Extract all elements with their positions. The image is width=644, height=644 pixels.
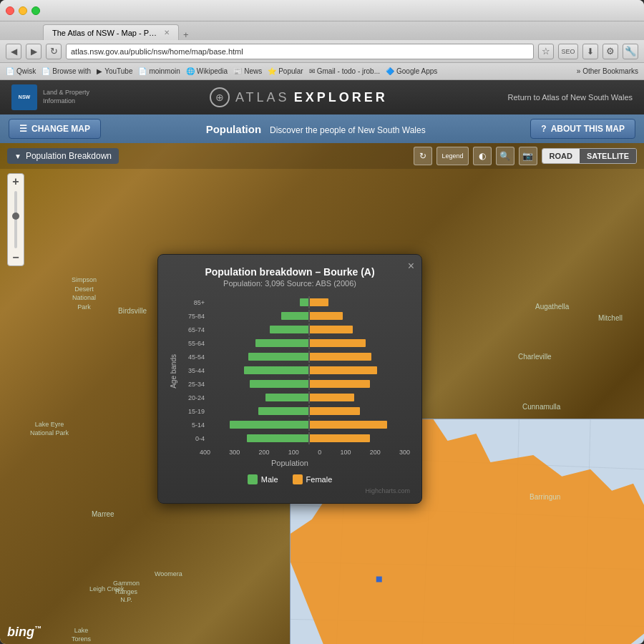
y-label-20-24: 20-24 <box>180 395 208 401</box>
label-augathella: Augathella <box>535 302 569 311</box>
tab-bar: The Atlas of NSW - Map - Po... ✕ + <box>0 21 644 40</box>
map-area: ▼ Population Breakdown ↻ Legend ◐ 🔍 📷 RO… <box>0 143 644 644</box>
male-bar <box>255 339 308 347</box>
zoom-control: + − <box>7 173 24 266</box>
y-label-85plus: 85+ <box>180 300 208 306</box>
label-lake-eyre: Lake EyreNational Park <box>30 421 69 437</box>
bar-row-45-54 <box>208 351 410 363</box>
atlas-name-suffix: EXPLORER <box>294 90 388 105</box>
browser-tab[interactable]: The Atlas of NSW - Map - Po... ✕ <box>43 24 179 40</box>
bar-row-25-34 <box>208 378 410 390</box>
female-bar <box>310 407 360 415</box>
star-button[interactable]: ☆ <box>538 44 554 59</box>
bar-row-75-84 <box>208 310 410 322</box>
new-tab-icon[interactable]: + <box>183 29 189 40</box>
bookmark-moinmoin[interactable]: 📄 moinmoin <box>138 67 180 75</box>
url-text: atlas.nsw.gov.au/public/nsw/home/map/bas… <box>71 47 243 56</box>
popup-close-button[interactable]: × <box>408 260 414 272</box>
app-header: NSW Land & Property Information ⊕ ATLAS … <box>0 80 644 114</box>
female-bar <box>310 326 353 333</box>
highcharts-credit: Highcharts.com <box>170 487 410 494</box>
x-label-400: 400 <box>200 449 210 456</box>
url-bar[interactable]: atlas.nsw.gov.au/public/nsw/home/map/bas… <box>66 44 534 59</box>
label-birdsville: Birdsville <box>118 306 147 316</box>
female-bar <box>310 353 371 361</box>
bar-row-15-19 <box>208 405 410 417</box>
population-breakdown-dropdown[interactable]: ▼ Population Breakdown <box>7 148 119 164</box>
about-icon: ? <box>541 124 546 134</box>
about-this-map-button[interactable]: ? ABOUT THIS MAP <box>530 119 635 139</box>
bars-area <box>208 295 410 447</box>
x-label-0: 0 <box>318 449 321 456</box>
tools-button[interactable]: ⚙ <box>602 44 618 59</box>
bookmark-news[interactable]: 📰 News <box>233 67 262 75</box>
bookmark-youtube[interactable]: ▶ YouTube <box>97 67 132 75</box>
y-label-35-44: 35-44 <box>180 368 208 374</box>
return-link[interactable]: Return to Atlas of New South Wales <box>508 93 633 102</box>
chart-legend: Male Female <box>170 474 410 484</box>
atlas-globe-icon: ⊕ <box>210 87 230 107</box>
male-bar <box>281 312 308 320</box>
x-label-100: 100 <box>288 449 299 456</box>
close-window-btn[interactable] <box>6 6 14 15</box>
zoom-in-button[interactable]: + <box>8 174 24 190</box>
female-bar <box>310 421 387 429</box>
refresh-map-icon[interactable]: ↻ <box>414 147 432 165</box>
refresh-button[interactable]: ↻ <box>46 44 62 59</box>
map-subtitle: Discover the people of New South Wales <box>270 125 426 135</box>
x-label-200r: 200 <box>370 449 381 456</box>
camera-icon[interactable]: 📷 <box>519 147 537 165</box>
bookmark-gmail[interactable]: ✉ Gmail - todo - jrob... <box>309 67 380 75</box>
label-lake-torens: LakeTorens <box>72 627 91 643</box>
maximize-window-btn[interactable] <box>31 6 40 15</box>
tab-close-icon[interactable]: ✕ <box>164 29 170 36</box>
forward-button[interactable]: ▶ <box>26 44 42 59</box>
change-map-button[interactable]: ☰ CHANGE MAP <box>9 119 101 139</box>
y-label-15-19: 15-19 <box>180 409 208 415</box>
bar-row-5-14 <box>208 419 410 431</box>
zoom-thumb <box>12 213 19 220</box>
road-map-button[interactable]: ROAD <box>542 149 580 163</box>
y-label-0-4: 0-4 <box>180 436 208 442</box>
bookmark-google-apps[interactable]: 🔷 Google Apps <box>386 67 437 75</box>
bookmark-qwisk[interactable]: 📄 Qwisk <box>6 67 36 75</box>
bookmark-browse[interactable]: 📄 Browse with <box>42 67 91 75</box>
browser-window: The Atlas of NSW - Map - Po... ✕ + ◀ ▶ ↻… <box>0 0 644 644</box>
search-icon[interactable]: 🔍 <box>496 147 514 165</box>
male-bar <box>270 326 308 333</box>
change-map-icon: ☰ <box>19 124 27 134</box>
nsw-logo-text: NSW <box>19 94 30 100</box>
bookmark-popular[interactable]: ⭐ Popular <box>268 67 303 75</box>
legend-female: Female <box>293 474 333 484</box>
map-name: Population <box>206 123 262 135</box>
satellite-map-button[interactable]: SATELLITE <box>580 149 636 163</box>
layer-icon[interactable]: ◐ <box>473 147 492 165</box>
male-bar <box>230 421 308 429</box>
zoom-out-button[interactable]: − <box>8 250 24 265</box>
bookmark-other[interactable]: » Other Bookmarks <box>577 67 638 75</box>
download-button[interactable]: ⬇ <box>582 44 598 59</box>
app-content: NSW Land & Property Information ⊕ ATLAS … <box>0 80 644 644</box>
y-axis-labels: 85+ 75-84 65-74 55-64 45-54 35-44 25-34 … <box>180 295 208 447</box>
dropdown-arrow-icon: ▼ <box>14 152 21 160</box>
bar-row-65-74 <box>208 323 410 336</box>
male-bar <box>265 394 308 401</box>
nsw-logo: NSW <box>11 84 37 110</box>
y-label-65-74: 65-74 <box>180 327 208 333</box>
back-button[interactable]: ◀ <box>6 44 21 59</box>
female-swatch <box>293 474 303 484</box>
male-label: Male <box>261 475 278 484</box>
chart-body: Age bands 85+ 75-84 65-74 55-64 45-54 35… <box>170 295 410 447</box>
bookmark-wikipedia[interactable]: 🌐 Wikipedia <box>186 67 228 75</box>
female-bar <box>310 380 370 388</box>
zoom-slider[interactable] <box>14 191 17 248</box>
legend-button[interactable]: Legend <box>436 147 468 165</box>
male-swatch <box>248 474 258 484</box>
label-charleville: Charleville <box>518 352 552 361</box>
bar-row-0-4 <box>208 432 410 444</box>
minimize-window-btn[interactable] <box>19 6 27 15</box>
x-axis-title: Population <box>170 459 410 467</box>
wrench-button[interactable]: 🔧 <box>623 44 638 59</box>
extensions-button[interactable]: SEO <box>558 44 578 59</box>
bar-row-20-24 <box>208 391 410 404</box>
